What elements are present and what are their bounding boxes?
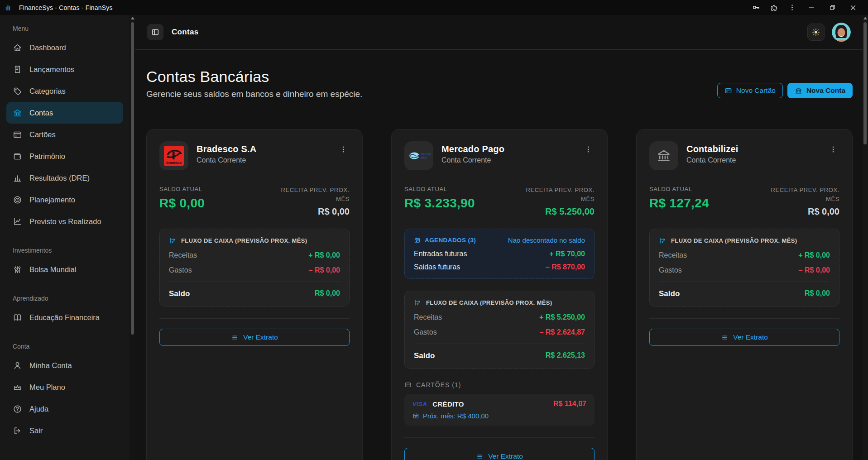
- receita-prev-label: RECEITA PREV. PROX. MÊS: [767, 186, 839, 204]
- extensions-icon[interactable]: [765, 0, 783, 15]
- page-head: Contas Bancárias Gerencie seus saldos em…: [146, 68, 853, 99]
- sidebar-item-ajuda[interactable]: Ajuda: [0, 398, 129, 420]
- sun-icon: [811, 28, 820, 37]
- gastos-value: – R$ 2.624,87: [539, 328, 585, 336]
- list-icon: [476, 453, 484, 460]
- sidebar-item-label: Educação Financeira: [29, 313, 100, 322]
- account-type: Conta Corrente: [197, 156, 256, 164]
- content-area: Contas Bancárias Gerencie seus saldos em…: [135, 50, 863, 460]
- sidebar-section-aprendizado: Aprendizado: [0, 288, 129, 307]
- sidebar-item-contas[interactable]: Contas: [6, 102, 123, 124]
- sidebar-item-minha-conta[interactable]: Minha Conta: [0, 355, 129, 376]
- restore-button[interactable]: [822, 0, 843, 15]
- bank-icon: [795, 87, 802, 95]
- saldo-value: R$ 0,00: [805, 289, 830, 298]
- sidebar-item-label: Resultados (DRE): [29, 174, 90, 182]
- sidebar-item-label: Patrimônio: [29, 152, 65, 161]
- account-name: Mercado Pago: [441, 144, 504, 154]
- page-scrollbar[interactable]: [863, 15, 868, 460]
- user-avatar[interactable]: [832, 23, 851, 42]
- card-amount: R$ 114,07: [553, 400, 586, 408]
- account-menu-button[interactable]: [337, 143, 350, 156]
- sidebar-item-bolsa-mundial[interactable]: Bolsa Mundial: [0, 259, 129, 280]
- sidebar-item-label: Lançamentos: [29, 65, 74, 74]
- sidebar-item-label: Categorias: [29, 87, 66, 96]
- sidebar-item-dashboard[interactable]: Dashboard: [0, 37, 129, 58]
- header-title: Contas: [172, 28, 198, 37]
- sidebar-item-resultados[interactable]: Resultados (DRE): [0, 167, 129, 189]
- sidebar-item-previsto-vs-realizado[interactable]: Previsto vs Realizado: [0, 211, 129, 232]
- home-icon: [13, 43, 22, 53]
- receita-prev-value: R$ 0,00: [767, 206, 839, 217]
- agendados-title: AGENDADOS (3): [425, 237, 476, 244]
- account-type: Conta Corrente: [686, 156, 739, 164]
- account-name: Bradesco S.A: [197, 144, 256, 154]
- scrollbar-up-arrow[interactable]: [863, 17, 867, 19]
- fluxo-caixa-box: FLUXO DE CAIXA (PREVISÃO PROX. MÊS) Rece…: [649, 229, 839, 307]
- accounts-grid: Bradesco Bradesco S.A Conta Corrente SAL…: [146, 129, 853, 460]
- password-key-icon[interactable]: [747, 0, 765, 15]
- sidebar-item-categorias[interactable]: Categorias: [0, 80, 129, 102]
- scrollbar-up-arrow[interactable]: [131, 17, 134, 19]
- sidebar-item-sair[interactable]: Sair: [0, 420, 129, 441]
- new-account-button[interactable]: Nova Conta: [787, 83, 853, 98]
- fluxo-caixa-box: FLUXO DE CAIXA (PREVISÃO PROX. MÊS) Rece…: [159, 229, 350, 307]
- app-logo-icon: [5, 4, 13, 12]
- account-card-mercado-pago: mercado pago Mercado Pago Conta Corrente: [391, 129, 608, 460]
- credit-card-icon: [13, 130, 22, 139]
- sidebar-section-investimentos: Investimentos: [0, 240, 129, 259]
- line-chart-icon: [13, 217, 22, 226]
- gastos-value: – R$ 0,00: [799, 266, 830, 274]
- sidebar-item-educacao-financeira[interactable]: Educação Financeira: [0, 307, 129, 328]
- account-menu-button[interactable]: [582, 143, 595, 156]
- minimize-button[interactable]: [801, 0, 822, 15]
- tag-icon: [13, 86, 22, 96]
- sidebar-item-patrimonio[interactable]: Patrimônio: [0, 145, 129, 167]
- saldo-value: R$ 0,00: [315, 289, 340, 298]
- page-actions: Novo Cartão Nova Conta: [717, 83, 853, 98]
- account-card-contabilizei: Contabilizei Conta Corrente SALDO ATUAL …: [636, 129, 853, 460]
- window-title: FinanceSys - Contas - FinanSys: [19, 4, 113, 11]
- scrollbar-thumb[interactable]: [863, 22, 867, 144]
- calendar-icon: [414, 237, 421, 244]
- bank-icon: [13, 108, 22, 118]
- receita-prev-value: R$ 0,00: [277, 206, 350, 217]
- crown-icon: [13, 383, 22, 392]
- agendados-box: AGENDADOS (3) Nao descontado no saldo En…: [404, 229, 595, 279]
- help-icon: [13, 404, 22, 414]
- kebab-icon: [829, 145, 838, 154]
- sidebar-item-planejamento[interactable]: Planejamento: [0, 189, 129, 211]
- theme-toggle-button[interactable]: [807, 24, 825, 41]
- entradas-value: + R$ 70,00: [549, 250, 585, 258]
- sliders-icon: [13, 265, 22, 274]
- receitas-value: + R$ 0,00: [308, 251, 340, 259]
- sidebar-item-label: Planejamento: [29, 196, 75, 204]
- receipt-icon: [13, 65, 22, 74]
- ver-extrato-button[interactable]: Ver Extrato: [159, 329, 350, 346]
- sidebar-item-meu-plano[interactable]: Meu Plano: [0, 376, 129, 398]
- svg-text:Bradesco: Bradesco: [166, 161, 182, 165]
- sidebar-toggle-button[interactable]: [147, 24, 163, 40]
- sidebar-item-label: Meu Plano: [29, 383, 65, 392]
- main-area: Contas Contas Bancárias G: [135, 15, 863, 460]
- account-name: Contabilizei: [686, 144, 739, 154]
- scrollbar-thumb[interactable]: [131, 22, 134, 335]
- saldo-atual-label: SALDO ATUAL: [649, 186, 709, 192]
- sidebar-item-label: Ajuda: [29, 405, 48, 413]
- person-icon: [13, 361, 22, 370]
- sidebar-scrollbar[interactable]: [129, 15, 135, 460]
- browser-menu-icon[interactable]: [783, 0, 801, 15]
- calendar-icon: [412, 412, 419, 419]
- new-card-button[interactable]: Novo Cartão: [717, 83, 783, 98]
- sidebar-item-cartoes[interactable]: Cartões: [0, 124, 129, 145]
- ver-extrato-button[interactable]: Ver Extrato: [649, 329, 839, 346]
- ver-extrato-button[interactable]: Ver Extrato: [404, 448, 595, 460]
- mercado-pago-logo: mercado pago: [404, 141, 433, 170]
- credit-card-row[interactable]: VISA CRÉDITO R$ 114,07 Próx. mês: R$ 400…: [404, 394, 595, 426]
- card-kind: CRÉDITO: [432, 400, 464, 408]
- sidebar: Menu Dashboard Lançamentos Categorias Co…: [0, 15, 129, 460]
- sidebar-item-lancamentos[interactable]: Lançamentos: [0, 58, 129, 80]
- account-menu-button[interactable]: [827, 143, 839, 156]
- fluxo-title: FLUXO DE CAIXA (PREVISÃO PROX. MÊS): [671, 237, 797, 244]
- close-button[interactable]: [843, 0, 863, 15]
